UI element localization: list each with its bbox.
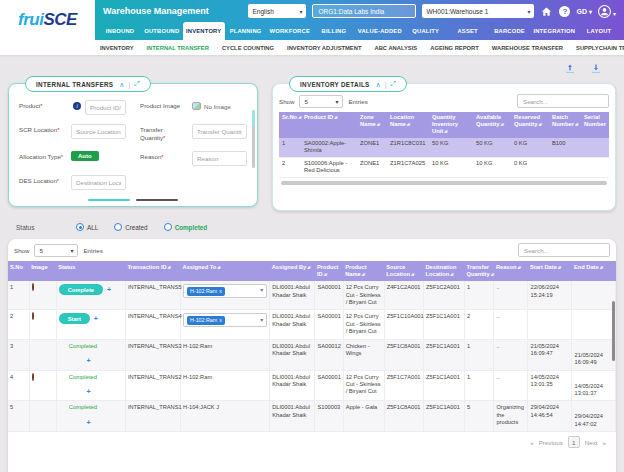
remove-icon[interactable]: x [219, 288, 222, 294]
collapse-icon[interactable]: ∧ [119, 81, 124, 88]
col-zone-name[interactable]: Zone Name [357, 112, 387, 138]
expand-icon[interactable]: ⤢ [134, 80, 140, 88]
organization-field[interactable]: ORG1:Data Labs India [312, 4, 416, 18]
radio-icon[interactable] [76, 223, 84, 231]
subnav-inventory[interactable]: INVENTORY [100, 45, 134, 51]
transfer-quantity-input[interactable] [192, 124, 247, 139]
allocation-auto-badge[interactable]: Auto [71, 151, 99, 161]
inventory-details-panel-header: INVENTORY DETAILS ∧ | ⤢ [289, 76, 407, 92]
subnav-supplychain-transfer[interactable]: SUPPLYCHAIN TRANSFER [576, 45, 624, 51]
download-icon[interactable] [590, 61, 602, 73]
add-icon[interactable]: + [59, 356, 119, 365]
status-option-all[interactable]: ALL [76, 223, 98, 231]
col-transfer-quantity[interactable]: Transfer Quantity [465, 261, 494, 281]
col-source-location[interactable]: Source Location [384, 261, 423, 281]
tab-value-added[interactable]: VALUE-ADDED [355, 22, 405, 40]
table-scrollbar[interactable] [612, 301, 615, 361]
col-assigned-by[interactable]: Assigned By [270, 261, 315, 281]
inventory-row-1[interactable]: 1 SA00002:Apple-Shimla ZONE1 Z1R1C8C031 … [279, 138, 609, 158]
user-menu[interactable] [598, 2, 616, 20]
tab-outbound[interactable]: OUTBOUND [141, 22, 183, 40]
tab-asset[interactable]: ASSET [447, 22, 489, 40]
info-icon[interactable]: i [73, 102, 81, 110]
horizontal-scrollbar[interactable] [281, 181, 607, 185]
tab-quality[interactable]: QUALITY [405, 22, 447, 40]
col-end-date[interactable]: End Date [572, 261, 616, 281]
radio-icon[interactable] [164, 223, 172, 231]
inventory-row-2[interactable]: 2 S100006:Apple - Red Delicious ZONE1 Z1… [279, 157, 609, 177]
col-product-id[interactable]: Product ID [301, 112, 357, 138]
col-srno[interactable]: Sr.No [279, 112, 301, 138]
start-button[interactable]: Start [59, 313, 90, 324]
subnav-cycle-counting[interactable]: CYCLE COUNTING [222, 45, 274, 51]
complete-button[interactable]: Complete [59, 284, 103, 295]
internal-transfers-panel-header: INTERNAL TRANSFERS ∧ | ⤢ [25, 76, 151, 92]
col-batch-number[interactable]: Batch Number [549, 112, 581, 138]
tab-planning[interactable]: PLANNING [225, 22, 267, 40]
user-badge[interactable]: GD [576, 8, 592, 15]
radio-icon[interactable] [114, 223, 122, 231]
subnav-abc-analysis[interactable]: ABC ANALYSIS [374, 45, 417, 51]
status-option-created[interactable]: Created [114, 223, 147, 231]
previous-button[interactable]: Previous [539, 439, 563, 446]
transfer-row-2: 2 Start+ INTERNAL_TRANS4 H-102:Ramx DLI0… [8, 310, 616, 339]
subnav-warehouse-transfer[interactable]: WAREHOUSE TRANSFER [492, 45, 563, 51]
col-reserved-quantity[interactable]: Reserved Quantity [511, 112, 549, 138]
tab-billing[interactable]: BILLING [313, 22, 355, 40]
assigned-to-select[interactable]: H-102:Ramx [183, 313, 267, 327]
col-quantity-inventory-unit[interactable]: Quantity Inventory Unit [429, 112, 473, 138]
col-assigned-to[interactable]: Assigned To [181, 261, 270, 281]
tab-inventory[interactable]: INVENTORY [183, 22, 225, 40]
tab-barcode[interactable]: BARCODE [489, 22, 531, 40]
tab-integration[interactable]: INTEGRATION [530, 22, 578, 40]
add-icon[interactable]: + [107, 286, 111, 293]
product-input[interactable] [85, 100, 126, 115]
sort-icon [306, 264, 310, 270]
reason-input[interactable] [192, 151, 247, 166]
search-input[interactable] [518, 243, 610, 257]
add-icon[interactable]: + [59, 387, 119, 396]
col-destination-location[interactable]: Destination Location [424, 261, 465, 281]
page-number[interactable]: 1 [568, 436, 580, 448]
subnav-internal-transfer[interactable]: INTERNAL TRANSFER [147, 45, 209, 51]
col-serial-number[interactable]: Serial Number [581, 112, 609, 138]
subnav-ageing-report[interactable]: AGEING REPORT [430, 45, 479, 51]
source-location-input[interactable] [71, 124, 126, 139]
subnav-inventory-adjustment[interactable]: INVENTORY ADJUSTMENT [287, 45, 361, 51]
prev-arrow-icon[interactable]: « [530, 439, 533, 446]
col-location-name[interactable]: Location Name [387, 112, 429, 138]
page-size-select[interactable]: 5 [34, 244, 78, 257]
col-reason[interactable]: Reason [494, 261, 528, 281]
tab-workforce[interactable]: WORKFORCE [267, 22, 313, 40]
destination-location-input[interactable] [71, 175, 126, 190]
col-product-id[interactable]: Product ID [315, 261, 343, 281]
next-button[interactable]: Next [585, 439, 598, 446]
col-product-name[interactable]: Product Name [343, 261, 384, 281]
upload-icon[interactable] [564, 61, 576, 73]
tab-inbound[interactable]: INBOUND [99, 22, 141, 40]
pager-bar[interactable] [136, 199, 178, 202]
add-icon[interactable]: + [94, 315, 98, 322]
col-available-quantity[interactable]: Available Quantity [473, 112, 511, 138]
warehouse-select[interactable]: WH001:Warehouse 1 [422, 4, 534, 18]
next-arrow-icon[interactable]: » [603, 439, 606, 446]
transfer-row-4: 4 Completed+ INTERNAL_TRANS2 H-102:Ram D… [8, 370, 616, 401]
remove-icon[interactable]: x [219, 317, 222, 323]
col-start-date[interactable]: Start Date [528, 261, 572, 281]
status-option-completed[interactable]: Completed [164, 223, 208, 231]
page-size-select[interactable]: 5 [299, 95, 343, 108]
home-icon[interactable] [540, 5, 553, 18]
search-input[interactable] [517, 94, 609, 108]
add-icon[interactable]: + [59, 418, 119, 427]
assigned-to-select[interactable]: H-102:Ramx [183, 284, 267, 298]
collapse-icon[interactable]: ∧ [376, 81, 381, 88]
pager-bar-active[interactable] [88, 199, 130, 202]
form-scrollbar[interactable] [252, 110, 255, 168]
col-transaction-id[interactable]: Transaction ID [125, 261, 180, 281]
tab-layout[interactable]: LAYOUT [578, 22, 620, 40]
expand-icon[interactable]: ⤢ [391, 80, 397, 88]
product-image [32, 283, 34, 291]
language-select[interactable]: English [248, 4, 306, 18]
help-icon[interactable]: ? [559, 6, 570, 17]
brand-logo[interactable]: fruiSCE [0, 0, 95, 40]
